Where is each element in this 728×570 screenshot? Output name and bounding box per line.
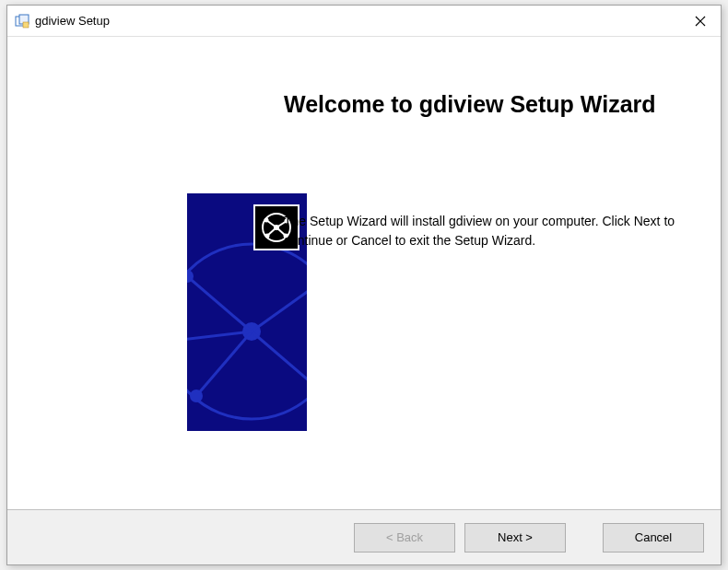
svg-line-16 bbox=[196, 332, 252, 396]
svg-line-18 bbox=[187, 332, 252, 341]
svg-line-14 bbox=[252, 332, 307, 387]
next-button[interactable]: Next > bbox=[464, 523, 566, 553]
close-button[interactable] bbox=[679, 7, 721, 35]
svg-point-17 bbox=[190, 390, 203, 402]
svg-rect-5 bbox=[23, 22, 29, 28]
svg-line-12 bbox=[252, 285, 307, 332]
titlebar: gdiview Setup bbox=[7, 6, 721, 37]
content-area: Welcome to gdiview Setup Wizard bbox=[7, 37, 721, 509]
installer-icon bbox=[15, 14, 29, 29]
cancel-button[interactable]: Cancel bbox=[603, 523, 704, 553]
close-icon bbox=[695, 16, 706, 27]
svg-line-10 bbox=[187, 276, 252, 332]
svg-point-29 bbox=[265, 234, 270, 238]
banner-network-graphic bbox=[187, 239, 307, 424]
button-bar: < Back Next > Cancel bbox=[7, 509, 721, 564]
setup-dialog: gdiview Setup Welcome to gdiview Setup W… bbox=[6, 5, 722, 565]
svg-point-23 bbox=[264, 218, 269, 223]
wizard-heading: Welcome to gdiview Setup Wizard bbox=[284, 90, 684, 119]
wizard-body-text: The Setup Wizard will install gdiview on… bbox=[284, 212, 684, 250]
window-title: gdiview Setup bbox=[35, 14, 679, 28]
back-button: < Back bbox=[354, 523, 455, 553]
